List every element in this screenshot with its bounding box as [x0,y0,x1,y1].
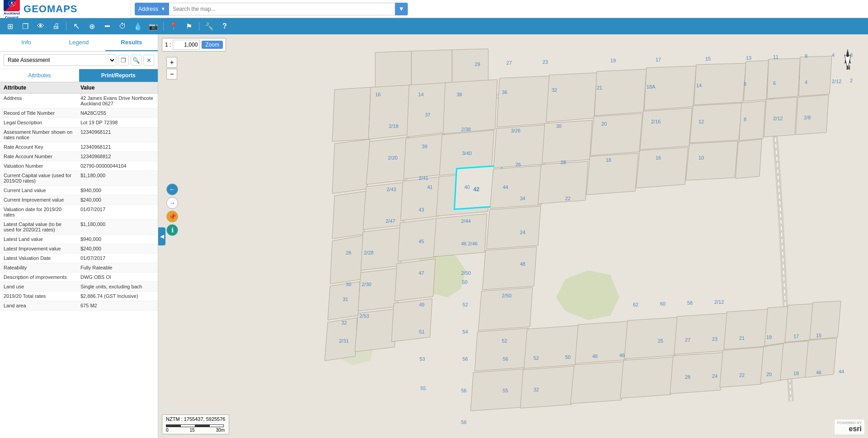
sub-tab-attributes[interactable]: Attributes [0,69,79,82]
sub-tabs: Attributes Print/Reports [0,69,158,82]
scale-value-input[interactable] [173,40,200,50]
clock-icon[interactable]: ⏱ [116,20,129,33]
pin-icon[interactable]: 📍 [167,20,180,33]
print-icon[interactable]: 🖨 [50,20,62,33]
zoom-out-button[interactable]: − [166,69,177,80]
panel-copy-btn[interactable]: ❐ [118,55,129,66]
esri-text: esri [837,425,862,433]
svg-text:18A: 18A [646,84,656,89]
table-row: Valuation Number02790-00000044104 [0,161,158,171]
coordinates-text: NZTM : 1755437, 5925576 [166,416,225,422]
map-area[interactable]: 1 : Zoom ◀ + − ← → 📌 ℹ [158,34,868,438]
svg-text:46: 46 [461,241,467,246]
pan-forward-button[interactable]: → [166,197,178,209]
svg-text:N: N [846,65,850,71]
camera-icon[interactable]: 📷 [147,20,160,33]
svg-text:16: 16 [375,92,381,97]
layer-select-dropdown[interactable]: Rate Assessment [4,54,116,66]
svg-marker-16 [330,235,363,284]
svg-marker-50 [636,147,688,188]
svg-point-1 [11,2,13,4]
svg-marker-29 [395,259,435,301]
svg-marker-22 [361,227,403,270]
flag-icon[interactable]: ⚑ [183,20,195,33]
svg-marker-47 [586,153,638,195]
svg-marker-37 [494,125,548,168]
svg-text:62: 62 [633,302,638,307]
search-input[interactable] [169,3,395,15]
table-row: Land area675 M2 [0,301,158,311]
value-cell: $2,886.74 (GST Inclusive) [77,292,158,301]
main-toolbar: ⊞ ❐ 👁 🖨 ↖ ⊕ ━ ⏱ 💧 📷 📍 ⚑ 🔧 ? [0,18,868,34]
svg-text:2/12: 2/12 [832,79,841,84]
bookmark-button[interactable]: 📌 [166,211,178,222]
svg-text:50: 50 [462,279,467,285]
svg-text:2/31: 2/31 [339,338,349,344]
value-cell: Lot 19 DP 72398 [77,118,158,127]
svg-marker-54 [744,61,769,101]
svg-marker-30 [392,299,432,342]
copy-icon[interactable]: ❐ [19,20,32,33]
value-cell: 01/07/2017 [77,205,158,220]
svg-text:15: 15 [705,56,711,61]
logo-line1: Auckland [4,11,20,15]
zoom-in-button[interactable]: + [166,57,177,68]
panel-collapse-arrow[interactable]: ◀ [158,227,165,245]
help-icon[interactable]: ? [218,20,231,33]
sub-tab-print-reports[interactable]: Print/Reports [79,69,158,82]
attribute-cell: Current Improvement value [0,195,77,205]
zoom-button[interactable]: Zoom [202,41,223,49]
value-cell: $240,000 [77,195,158,205]
svg-text:56: 56 [462,356,468,362]
svg-text:11: 11 [773,54,778,60]
table-row: Current Land value$940,000 [0,186,158,195]
svg-text:10: 10 [698,155,704,160]
panel-search-btn[interactable]: 🔍 [131,55,142,66]
svg-text:51: 51 [419,329,425,334]
address-dropdown-button[interactable]: Address ▼ [135,3,169,15]
tab-info[interactable]: Info [0,34,52,51]
svg-text:8: 8 [744,117,746,122]
drop-icon[interactable]: 💧 [132,20,144,33]
address-label: Address [138,6,158,12]
svg-text:15: 15 [816,333,821,338]
svg-text:2/41: 2/41 [419,175,428,181]
svg-text:54: 54 [462,329,468,334]
toolbar-sep3 [199,22,199,31]
svg-marker-49 [640,108,692,150]
table-row: Latest Improvement value$240,000 [0,244,158,254]
col-header-attribute: Attribute [0,82,77,94]
value-cell: 12340968121 [77,142,158,152]
search-submit-button[interactable]: ▼ [395,3,408,15]
tab-legend[interactable]: Legend [52,34,105,51]
svg-text:18: 18 [793,371,799,376]
svg-text:4: 4 [805,80,807,85]
svg-text:2/53: 2/53 [359,313,369,319]
pan-back-button[interactable]: ← [166,184,178,195]
svg-text:3/26: 3/26 [511,128,520,133]
svg-text:46: 46 [619,353,625,358]
map-navigation: + − [166,57,177,80]
toolbar-sep1 [66,22,66,31]
locate-icon[interactable]: ⊕ [85,20,98,33]
svg-marker-39 [486,206,541,249]
table-row: Latest Capital value (to be used for 202… [0,220,158,235]
info-button[interactable]: ℹ [166,224,178,236]
value-cell: Fully Rateable [77,263,158,273]
wrench-icon[interactable]: 🔧 [203,20,216,33]
svg-text:2/50: 2/50 [461,270,471,276]
measure-icon[interactable]: ━ [101,20,113,33]
svg-marker-77 [810,301,841,339]
svg-text:29: 29 [475,61,480,67]
value-cell: Single units, excluding bach [77,282,158,292]
value-cell: $940,000 [77,186,158,195]
panel-toolbar: Rate Assessment ❐ 🔍 ✕ [0,52,158,69]
eye-icon[interactable]: 👁 [34,20,47,33]
panel-close-btn[interactable]: ✕ [143,55,154,66]
map-canvas: FOWLER STREET FOWLER STREET JAMES EVANS … [158,34,868,438]
svg-marker-15 [332,191,366,239]
tab-results[interactable]: Results [105,34,158,51]
select-arrow-icon[interactable]: ↖ [70,20,83,33]
layers-icon[interactable]: ⊞ [4,20,16,33]
logo-icon [4,0,20,11]
